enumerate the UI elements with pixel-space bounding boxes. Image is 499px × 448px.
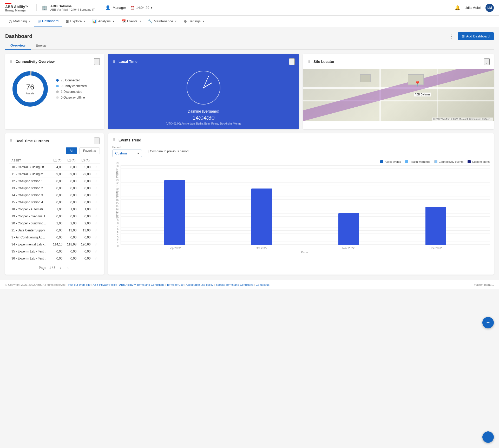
connectivity-content: 76 Assets 75 Connected 0 Partly connecte… — [9, 68, 100, 110]
star-icon[interactable]: ☆ — [95, 186, 98, 190]
period-select[interactable]: Custom Last 7 days Last 30 days Last 90 … — [112, 150, 142, 157]
filter-favorites-button[interactable]: Favorites — [79, 147, 100, 154]
star-icon[interactable]: ☆ — [95, 215, 98, 218]
star-icon[interactable]: ☆ — [95, 172, 98, 176]
y-axis-label: 28 — [112, 165, 119, 167]
rtc-card-menu-button[interactable]: ⋮ — [94, 138, 100, 144]
star-cell[interactable]: ☆ — [93, 164, 100, 171]
table-row: 20 - Copper - punching... 2,00 2,00 2,00… — [9, 220, 100, 227]
legend-partly: 0 Partly connected — [56, 84, 87, 88]
il2-cell: 0,00 — [64, 164, 78, 171]
star-cell[interactable]: ☆ — [93, 185, 100, 192]
star-cell[interactable]: ☆ — [93, 248, 100, 255]
footer-link-special-terms[interactable]: Special Terms and Conditions — [216, 283, 253, 286]
il3-cell: 2,00 — [78, 220, 93, 227]
bar-group — [425, 207, 446, 245]
star-icon[interactable]: ☆ — [95, 257, 98, 260]
table-row: 21 - Data Center Supply 0,00 13,00 13,00… — [9, 227, 100, 234]
star-cell[interactable]: ☆ — [93, 192, 100, 199]
add-dashboard-button[interactable]: ⊞ Add Dashboard — [458, 32, 494, 40]
map-purple-road — [303, 69, 494, 121]
page-next-button[interactable]: › — [66, 265, 70, 270]
footer-link-acceptable[interactable]: Acceptable use policy — [186, 283, 213, 286]
bar — [251, 189, 272, 245]
il1-cell: 114,10 — [50, 241, 64, 248]
il1-cell: 0,00 — [50, 255, 64, 262]
x-label: Oct 2022 — [256, 246, 267, 250]
page-content: Dashboard ⋮ ⊞ Add Dashboard Overview Ene… — [0, 27, 499, 280]
star-icon[interactable]: ☆ — [95, 236, 98, 239]
nav-item-settings[interactable]: ⚙ Settings ▾ — [180, 16, 208, 27]
connectivity-drag-handle[interactable]: ⠿ — [9, 59, 12, 64]
y-axis-label: 12 — [112, 210, 119, 213]
star-cell[interactable]: ☆ — [93, 234, 100, 241]
current-time: 14:04:29 — [136, 6, 149, 10]
footer-link-terms-use[interactable]: Terms of Use — [167, 283, 183, 286]
asset-cell: 35 - Experim Lab - Test... — [9, 248, 50, 255]
connectivity-card-title: ⠿ Connectivity Overview — [9, 59, 55, 64]
star-icon[interactable]: ☆ — [95, 250, 98, 253]
rtc-drag-handle[interactable]: ⠿ — [9, 139, 12, 144]
star-cell[interactable]: ☆ — [93, 178, 100, 185]
nav-item-matching[interactable]: ◎ Matching ▾ — [5, 16, 34, 27]
local-time-card-menu-button[interactable]: ⋮ — [289, 58, 295, 65]
il1-cell: 0,00 — [50, 178, 64, 185]
settings-chevron-icon: ▾ — [203, 20, 204, 23]
page-prev-button[interactable]: ‹ — [58, 265, 63, 270]
star-icon[interactable]: ☆ — [95, 193, 98, 197]
dashboard-options-button[interactable]: ⋮ — [448, 33, 455, 40]
star-icon[interactable]: ☆ — [95, 165, 98, 169]
il3-cell: 0,00 — [78, 199, 93, 206]
star-cell[interactable]: ☆ — [93, 199, 100, 206]
tab-overview[interactable]: Overview — [5, 41, 31, 50]
map-area[interactable]: 📍 ABB Dalmine © 2022 TomTom © 2023 Micro… — [303, 69, 494, 121]
period-label: Period — [112, 146, 142, 149]
user-name: Lidia Mololi — [464, 6, 481, 10]
star-icon[interactable]: ☆ — [95, 207, 98, 211]
legend-connectivity-events: Connectivity events — [434, 160, 463, 163]
footer-link-website[interactable]: Visit our Web Site — [68, 283, 90, 286]
il3-cell: 5,00 — [78, 164, 93, 171]
filter-all-button[interactable]: All — [66, 147, 77, 154]
page-current: 1 / 5 — [49, 266, 55, 270]
map-background: 📍 ABB Dalmine © 2022 TomTom © 2023 Micro… — [303, 69, 494, 121]
table-row: 34 - Experimental Lab -... 114,10 118,98… — [9, 241, 100, 248]
footer-link-privacy[interactable]: ABB Privacy Policy — [93, 283, 117, 286]
star-icon[interactable]: ☆ — [95, 200, 98, 204]
star-icon[interactable]: ☆ — [95, 229, 98, 232]
time-display[interactable]: ⏰ 14:04:29 ▾ — [130, 6, 153, 10]
nav-item-events[interactable]: 📅 Events ▾ — [118, 16, 145, 27]
nav-item-dashboard[interactable]: ⊞ Dashboard — [34, 16, 62, 27]
notification-bell-icon[interactable]: 🔔 — [455, 5, 460, 11]
col-il1: IL1 (A) — [50, 157, 64, 164]
star-icon[interactable]: ☆ — [95, 222, 98, 225]
bar — [338, 213, 359, 245]
footer-link-contact[interactable]: Contact us — [256, 283, 270, 286]
asset-events-label: Asset events — [385, 160, 401, 163]
star-cell[interactable]: ☆ — [93, 227, 100, 234]
tab-energy[interactable]: Energy — [31, 41, 52, 50]
star-icon[interactable]: ☆ — [95, 179, 98, 183]
star-cell[interactable]: ☆ — [93, 220, 100, 227]
local-time-drag-handle[interactable]: ⠿ — [112, 59, 115, 64]
connectivity-card-menu-button[interactable]: ⋮ — [94, 58, 100, 65]
events-drag-handle[interactable]: ⠿ — [112, 138, 115, 142]
star-cell[interactable]: ☆ — [93, 206, 100, 213]
star-cell[interactable]: ☆ — [93, 241, 100, 248]
nav-item-analysis[interactable]: 📊 Analysis ▾ — [89, 16, 117, 27]
user-avatar[interactable]: LM — [485, 4, 494, 12]
col-il3: IL3 (A) — [78, 157, 93, 164]
star-cell[interactable]: ☆ — [93, 171, 100, 178]
star-cell[interactable]: ☆ — [93, 213, 100, 220]
footer-link-terms-ability[interactable]: ABB Ability™ Terms and Conditions — [119, 283, 164, 286]
nav-item-maintenance[interactable]: 🔧 Maintenance ▾ — [145, 16, 180, 27]
site-locator-card-menu-button[interactable]: ⋮ — [484, 58, 490, 65]
star-cell[interactable]: ☆ — [93, 255, 100, 262]
health-warnings-color — [405, 160, 408, 163]
compare-checkbox-label[interactable]: Compare to previous period — [145, 150, 188, 153]
star-icon[interactable]: ☆ — [95, 243, 98, 246]
compare-checkbox[interactable] — [145, 150, 148, 153]
site-locator-drag-handle[interactable]: ⠿ — [307, 59, 310, 64]
app-subtitle: Energy Manager — [5, 9, 29, 12]
nav-item-explore[interactable]: ⊟ Explore ▾ — [62, 16, 89, 27]
